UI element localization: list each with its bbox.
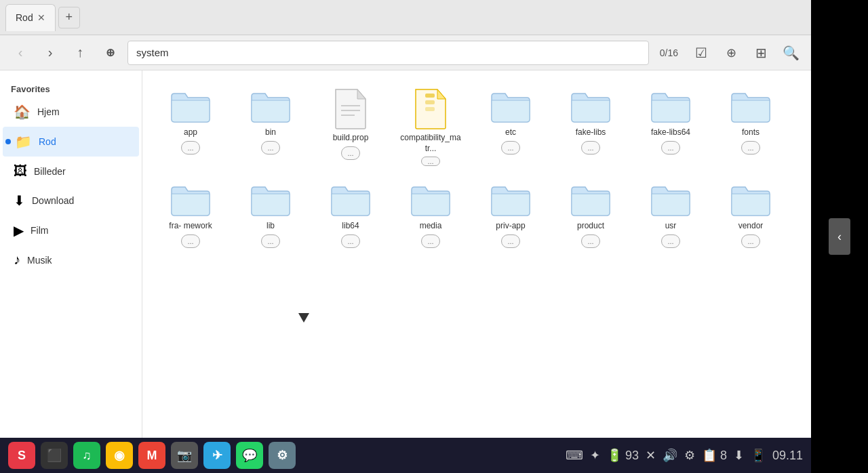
file-more-button[interactable]: ... [581, 141, 600, 155]
right-panel-toggle[interactable]: ‹ [829, 218, 850, 255]
file-more-button[interactable]: ... [181, 234, 200, 248]
file-more-button[interactable]: ... [421, 157, 440, 166]
forward-icon: › [48, 45, 53, 60]
forward-button[interactable]: › [38, 41, 62, 65]
bottom-apps: S⬛♫◉M📷✈💬⚙ [8, 442, 296, 469]
file-item[interactable]: app... [153, 81, 228, 169]
file-item[interactable]: build.prop... [313, 81, 388, 169]
file-icon-5 [569, 87, 612, 125]
keyboard-icon[interactable]: ⌨ [566, 448, 583, 463]
file-more-button[interactable]: ... [741, 234, 760, 248]
folder-icon [329, 180, 372, 218]
chevron-left-icon: ‹ [837, 230, 842, 244]
file-item[interactable]: vendor... [713, 175, 788, 263]
bottom-app-gmail[interactable]: M [138, 442, 165, 469]
bottom-bar: S⬛♫◉M📷✈💬⚙ ⌨ ✦ 🔋 93 ✕ 🔊 ⚙ 📋 8 ⬇ 📱 09.11 [0, 438, 811, 473]
sidebar-item-label-hjem: Hjem [37, 106, 60, 117]
file-more-button[interactable]: ... [181, 141, 200, 155]
clipboard-icon[interactable]: 📋 8 [702, 448, 727, 463]
hjem-icon: 🏠 [14, 104, 31, 120]
folder-icon [729, 180, 772, 218]
file-item[interactable]: fake-libs64... [633, 81, 708, 169]
address-bar[interactable]: system [127, 41, 649, 65]
file-icon-0 [169, 87, 212, 125]
svg-rect-3 [425, 94, 435, 98]
volume-icon[interactable]: 🔊 [663, 448, 677, 463]
file-icon-15 [729, 180, 772, 218]
file-icon-2 [332, 87, 370, 130]
file-more-button[interactable]: ... [341, 146, 360, 160]
bluetooth-icon[interactable]: ✦ [590, 448, 600, 463]
file-item[interactable]: etc... [473, 81, 548, 169]
download-icon[interactable]: ⬇ [734, 448, 744, 463]
network-off-icon[interactable]: ✕ [646, 448, 656, 463]
phone-icon[interactable]: 📱 [751, 448, 766, 463]
file-more-button[interactable]: ... [261, 234, 280, 248]
file-icon-8 [169, 180, 212, 218]
file-more-button[interactable]: ... [261, 141, 280, 155]
bottom-app-chrome[interactable]: ◉ [106, 442, 133, 469]
search-button[interactable]: 🔍 [778, 41, 803, 65]
file-more-button[interactable]: ... [501, 234, 520, 248]
file-item[interactable]: fonts... [713, 81, 788, 169]
file-item[interactable]: usr... [633, 175, 708, 263]
file-item[interactable]: lib64... [313, 175, 388, 263]
file-item[interactable]: fake-libs... [553, 81, 628, 169]
file-item[interactable]: media... [393, 175, 468, 263]
sidebar-item-rod[interactable]: 📁Rod [3, 127, 139, 157]
file-name: fake-libs [576, 127, 606, 138]
file-more-button[interactable]: ... [581, 234, 600, 248]
favorites-title: Favorites [0, 79, 142, 97]
file-item[interactable]: fra- mework... [153, 175, 228, 263]
up-button[interactable]: ↑ [68, 41, 92, 65]
tab-rod[interactable]: Rod ✕ [5, 4, 56, 31]
sidebar-item-label-film: Film [31, 225, 48, 236]
file-item[interactable]: product... [553, 175, 628, 263]
tab-add-button[interactable]: + [58, 7, 80, 28]
folder-icon [169, 87, 212, 125]
sidebar-item-hjem[interactable]: 🏠Hjem [3, 97, 139, 127]
bottom-app-messages[interactable]: 💬 [236, 442, 263, 469]
grid-icon: ⊞ [755, 45, 767, 61]
file-more-button[interactable]: ... [501, 141, 520, 155]
file-icon-7 [729, 87, 772, 125]
copy-to-button[interactable]: ⊕ [719, 41, 743, 65]
bottom-app-settings[interactable]: ⚙ [269, 442, 296, 469]
settings-icon[interactable]: ⚙ [684, 448, 695, 463]
archive-icon [412, 87, 450, 130]
toolbar: ‹ › ↑ ⊕ system 0/16 ☑ ⊕ ⊞ 🔍 [0, 35, 811, 70]
sidebar-item-film[interactable]: ▶Film [3, 215, 139, 245]
billeder-icon: 🖼 [14, 163, 27, 179]
file-item[interactable]: lib... [233, 175, 308, 263]
svg-rect-5 [425, 107, 435, 111]
select-all-button[interactable]: ☑ [689, 41, 713, 65]
file-more-button[interactable]: ... [661, 234, 680, 248]
file-more-button[interactable]: ... [421, 234, 440, 248]
tab-close-icon[interactable]: ✕ [37, 12, 45, 23]
file-item[interactable]: priv-app... [473, 175, 548, 263]
file-more-button[interactable]: ... [341, 234, 360, 248]
sidebar-item-billeder[interactable]: 🖼Billeder [3, 157, 139, 186]
new-folder-button[interactable]: ⊕ [98, 41, 122, 65]
file-name: fake-libs64 [651, 127, 690, 138]
file-name: usr [665, 221, 677, 232]
file-more-button[interactable]: ... [741, 141, 760, 155]
file-more-button[interactable]: ... [661, 141, 680, 155]
bottom-app-telegram[interactable]: ✈ [203, 442, 231, 469]
sidebar-items: 🏠Hjem📁Rod🖼Billeder⬇Download▶Film♪Musik [0, 97, 142, 274]
file-name: priv-app [496, 221, 525, 232]
bottom-app-camera[interactable]: 📷 [171, 442, 198, 469]
folder-icon [569, 180, 612, 218]
folder-icon [249, 180, 292, 218]
grid-view-button[interactable]: ⊞ [749, 41, 773, 65]
bottom-app-solid-explorer[interactable]: S [8, 442, 35, 469]
bottom-app-spotify[interactable]: ♫ [73, 442, 100, 469]
bottom-app-terminal[interactable]: ⬛ [41, 442, 68, 469]
file-name: lib64 [342, 221, 359, 232]
sidebar-item-musik[interactable]: ♪Musik [3, 245, 139, 274]
sidebar-item-download[interactable]: ⬇Download [3, 186, 139, 215]
back-button[interactable]: ‹ [8, 41, 33, 65]
search-icon: 🔍 [783, 45, 800, 61]
file-item[interactable]: bin... [233, 81, 308, 169]
file-item[interactable]: compatibility_matr...... [393, 81, 468, 169]
